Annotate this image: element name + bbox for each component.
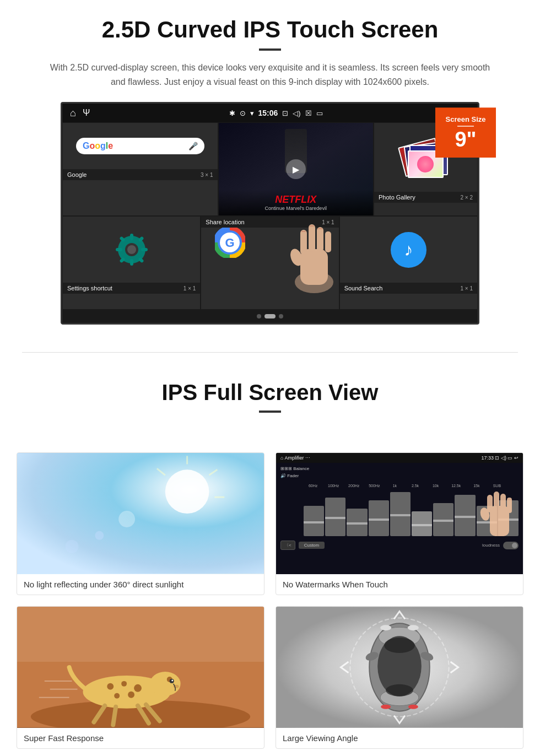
netflix-overlay: NETFLIX Continue Marvel's Daredevil <box>219 190 374 215</box>
freq-sub: SUB <box>488 484 506 488</box>
svg-point-47 <box>114 693 120 699</box>
status-bar: ⌂ Ψ ✱ ⊙ ▾ 15:06 ⊡ ◁) <box>62 104 478 122</box>
sound-search-app-name: Sound Search <box>344 285 383 291</box>
cheetah-caption: Super Fast Response <box>17 728 264 748</box>
speaker-icon: ◁) <box>293 109 300 117</box>
flower-image <box>417 156 434 172</box>
badge-size: 9" <box>445 129 486 150</box>
play-button[interactable]: ▶ <box>286 159 306 179</box>
microphone-icon[interactable]: 🎤 <box>188 142 198 150</box>
car-image <box>276 607 523 728</box>
device-container: Screen Size 9" ⌂ Ψ ✱ ⊙ ▾ <box>61 102 479 325</box>
svg-rect-36 <box>494 492 499 511</box>
svg-point-67 <box>384 638 415 653</box>
settings-cell[interactable]: Settings shortcut 1 × 1 <box>62 216 201 310</box>
sunlight-image <box>17 453 264 574</box>
freq-1k: 1k <box>385 484 404 488</box>
netflix-subtitle: Continue Marvel's Daredevil <box>223 206 369 211</box>
svg-rect-22 <box>301 231 306 232</box>
svg-rect-18 <box>309 224 315 252</box>
eq-time: 17:33 ⊡ ◁) ▭ ↩ <box>481 455 519 461</box>
gear-icon <box>112 230 151 269</box>
svg-point-48 <box>128 692 134 698</box>
svg-rect-37 <box>500 494 506 511</box>
eq-hand-icon <box>476 489 515 541</box>
app-grid-row1: Google 🎤 Google 3 × 1 <box>62 122 478 216</box>
badge-title: Screen Size <box>445 115 486 123</box>
svg-rect-35 <box>487 495 493 512</box>
section1-title: 2.5D Curved IPS Touch Screen <box>33 17 507 43</box>
dot-3[interactable] <box>279 314 283 318</box>
app-grid-row2: Settings shortcut 1 × 1 G <box>62 216 478 310</box>
settings-label-row: Settings shortcut 1 × 1 <box>63 283 200 294</box>
car-svg <box>276 607 523 728</box>
svg-rect-34 <box>490 506 509 536</box>
freq-10k: 10k <box>426 484 445 488</box>
svg-point-33 <box>66 540 79 553</box>
share-location-app-name: Share location <box>206 219 244 225</box>
eq-custom-btn[interactable]: Custom <box>299 542 325 549</box>
time-display: 15:06 <box>258 109 278 117</box>
section-ips-view: IPS Full Screen View <box>0 369 540 439</box>
freq-15k: 15k <box>467 484 486 488</box>
sound-search-label-row: Sound Search 1 × 1 <box>340 283 477 294</box>
dot-2-active[interactable] <box>264 314 276 318</box>
eq-prev-btn[interactable]: 〈< <box>280 541 295 550</box>
ips-image-grid: No light reflecting under 360° direct su… <box>0 439 540 756</box>
google-label-row: Google 3 × 1 <box>63 169 218 180</box>
svg-rect-38 <box>507 498 512 513</box>
home-icon[interactable]: ⌂ <box>70 107 76 119</box>
netflix-logo: NETFLIX <box>223 194 369 206</box>
window-icon[interactable]: ▭ <box>316 109 323 117</box>
freq-100hz: 100Hz <box>324 484 343 488</box>
music-note-icon: ♪ <box>404 240 413 260</box>
equalizer-image: ⌂ Amplifier ⋯ 17:33 ⊡ ◁) ▭ ↩ ⊞⊞⊞ Balance… <box>276 453 523 574</box>
status-bar-center: ✱ ⊙ ▾ 15:06 ⊡ ◁) ☒ ▭ <box>229 109 323 117</box>
svg-rect-5 <box>141 248 148 251</box>
freq-200hz: 200Hz <box>344 484 363 488</box>
share-location-cell[interactable]: G G <box>201 216 339 310</box>
google-search-bar[interactable]: Google 🎤 <box>76 138 204 154</box>
google-widget-cell[interactable]: Google 🎤 Google 3 × 1 <box>62 122 218 216</box>
eq-freq-labels: 60Hz 100Hz 200Hz 500Hz 1k 2.5k 10k 12.5k… <box>276 482 523 489</box>
google-logo: Google <box>83 141 113 151</box>
svg-point-26 <box>165 470 209 514</box>
google-grid-size: 3 × 1 <box>201 172 213 178</box>
section1-description: With 2.5D curved-display screen, this de… <box>44 61 496 89</box>
svg-rect-3 <box>130 259 133 266</box>
svg-rect-4 <box>116 248 122 251</box>
section2-divider <box>259 411 281 413</box>
sound-search-cell[interactable]: ♪ Sound Search 1 × 1 <box>339 216 478 310</box>
cheetah-image <box>17 607 264 728</box>
svg-point-73 <box>381 705 391 709</box>
svg-point-72 <box>408 625 419 631</box>
sunlight-card: No light reflecting under 360° direct su… <box>17 452 264 595</box>
eq-status-bar: ⌂ Amplifier ⋯ 17:33 ⊡ ◁) ▭ ↩ <box>276 453 523 463</box>
cheetah-card: Super Fast Response <box>17 606 264 749</box>
svg-rect-19 <box>317 227 323 252</box>
close-icon[interactable]: ☒ <box>305 109 312 117</box>
gallery-grid-size: 2 × 2 <box>460 195 473 201</box>
svg-point-71 <box>380 625 391 631</box>
gmaps-icon: G G <box>215 228 245 260</box>
status-bar-left: ⌂ Ψ <box>70 107 90 119</box>
netflix-widget-cell[interactable]: ▶ NETFLIX Continue Marvel's Daredevil Ne… <box>218 122 374 216</box>
svg-line-55 <box>113 707 116 725</box>
bluetooth-icon: ✱ <box>229 109 235 117</box>
dot-1[interactable] <box>257 314 261 318</box>
freq-2-5k: 2.5k <box>406 484 424 488</box>
svg-point-45 <box>121 681 127 687</box>
eq-toggle[interactable] <box>503 542 519 549</box>
section1-divider <box>259 48 281 51</box>
settings-app-name: Settings shortcut <box>67 285 112 291</box>
svg-point-46 <box>134 684 142 692</box>
gallery-app-name: Photo Gallery <box>379 194 415 201</box>
android-screen: ⌂ Ψ ✱ ⊙ ▾ 15:06 ⊡ ◁) <box>61 102 479 325</box>
gear-icon-container <box>63 217 200 283</box>
svg-point-10 <box>127 245 136 254</box>
sunlight-svg <box>17 453 264 574</box>
wifi-icon: ▾ <box>250 109 254 117</box>
settings-grid-size: 1 × 1 <box>183 285 196 291</box>
svg-point-52 <box>171 680 173 682</box>
section2-title: IPS Full Screen View <box>33 380 507 405</box>
